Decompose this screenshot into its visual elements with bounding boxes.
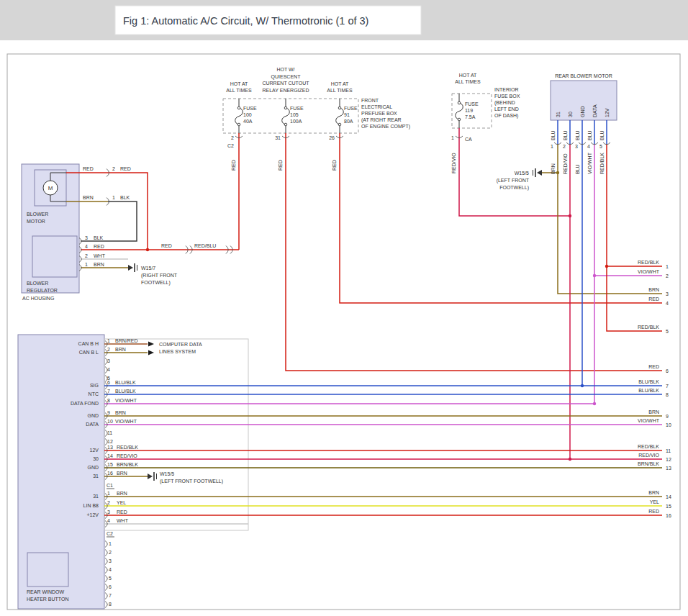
pin-number: 3 [107,509,110,515]
pin-number: 1 [85,262,88,267]
hot-label: CURRENT CUTOUT [262,81,309,86]
wire-color-label: BLU [599,130,605,140]
pin-number: 4 [587,144,590,149]
pin-function-label: 12V [605,108,610,117]
pin-number: 31 [275,135,281,140]
pin-number: 4 [109,567,112,572]
rear-window-heater-button-box [27,553,68,586]
hot-label: HOT AT [331,81,349,86]
note-line: ELECTRICAL [361,104,392,109]
pin-number: 1 [112,195,115,200]
wire-color-label: RED/VIO [451,153,456,173]
pin-number: 26 [329,135,335,140]
fuse-number: 100 [243,112,252,117]
wire-color-label: RED [117,509,127,515]
connector-id: C2 [107,531,113,536]
hot-label: QUIESCENT [271,74,302,80]
terminal-number: 14 [666,494,671,499]
wire-color-label: BRN [115,347,126,352]
wire-color-label: BLU [563,130,568,140]
pin-function-label: 30 [568,112,573,117]
wire-color-label: BLK [94,235,104,240]
wire-color-label: RED [161,243,172,248]
terminal-wire-label: VIO/WHT [638,418,660,423]
junction-dot [569,214,571,217]
wire-color-label: RED/VIO [563,153,568,174]
pin-number: 1 [107,338,110,343]
motor-symbol: M [48,185,53,191]
terminal-number: 10 [666,422,671,427]
pin-number: 8 [107,398,110,403]
component-title: REAR BLOWER MOTOR [555,73,612,78]
terminal-number: 1 [666,264,669,269]
terminal-wire-label: BRN [648,409,659,415]
note-line: OF ENGINE COMPT) [361,124,410,130]
hot-label: ALL TIMES [455,79,481,84]
pin-number: 5 [599,144,602,149]
terminal-number: 9 [666,414,669,419]
pin-number: 11 [107,430,112,435]
wire-color-label: RED [231,160,236,171]
pin-number: 6 [109,584,112,589]
connector-id: C1 [107,483,113,488]
pin-number: 3 [575,144,578,149]
note-line: LEFT END [494,107,519,112]
wire-color-label: VIO/WHT [587,152,592,174]
pin-number: 8 [109,602,112,607]
wire-color-label: BRN [83,195,94,200]
pin-number: 14 [107,453,113,458]
hot-label: HOT AT [230,81,248,86]
pin-number: 7 [107,389,110,394]
pin-function-label: 31 [93,494,99,499]
terminal-number: 12 [666,457,671,462]
pin-function-label: CAN B L [79,350,99,355]
pin-number: 1 [107,491,110,496]
ground-label: (LEFT FRONT [497,178,530,184]
fuse-number: 119 [465,108,473,113]
hot-label: HOT AT [459,73,477,78]
pin-function-label: 30 [93,456,99,461]
terminal-wire-label: RED/BLK [638,325,659,330]
pin-number: 2 [112,166,115,171]
terminal-number: 7 [666,384,669,389]
junction-dot [556,171,559,174]
pin-number: 15 [107,462,113,467]
pin-function-label: GND [87,413,99,418]
blower-regulator-box [32,236,77,277]
wire-color-label: RED/BLU [194,243,216,248]
pin-number: 3 [85,235,88,240]
pin-number: 2 [231,135,234,140]
fuse-name: FUSE [290,106,304,111]
terminal-wire-label: RED [648,364,659,369]
component-title: HEATER BUTTON [27,597,68,602]
component-title: BLOWER [27,281,48,286]
wire-color-label: RED [83,166,94,171]
pin-number: 3 [109,558,112,563]
ground-label: W15/5 [515,171,529,176]
fuse-number: 91 [344,112,350,117]
wire-color-label: BRN [117,471,127,476]
wire-color-label: BRN/RED [115,338,138,343]
wire-color-label: BLU/BLK [115,380,136,385]
terminal-number: 4 [666,301,669,306]
pin-function-label: DATA FOND [71,401,99,406]
junction-dot [581,384,584,387]
pin-number: 1 [109,541,112,546]
pin-number: 2 [107,500,110,505]
ground-label: (LEFT FRONT FOOTWELL) [160,479,223,484]
note-line: OF DASH) [494,113,518,119]
note-line: LINES SYSTEM [159,349,196,354]
terminal-wire-label: YEL [650,499,659,504]
wire-color-label: BLU [575,164,580,174]
pin-number: 5 [109,576,112,581]
diagram-canvas: Fig 1: Automatic A/C Circuit, W/ Thermot… [0,0,688,616]
fuse-amps: 100A [290,119,302,124]
pin-number: 6 [107,380,110,385]
page-title: Fig 1: Automatic A/C Circuit, W/ Thermot… [123,15,368,27]
wire-color-label: BRN/BLK [117,462,138,467]
terminal-wire-label: BRN/BLK [638,461,659,466]
pin-number: 2 [85,253,88,258]
terminal-wire-label: BLU/BLK [638,379,659,384]
wire-color-label: VIO/WHT [115,398,137,403]
wire-color-label: BRN [551,163,556,174]
